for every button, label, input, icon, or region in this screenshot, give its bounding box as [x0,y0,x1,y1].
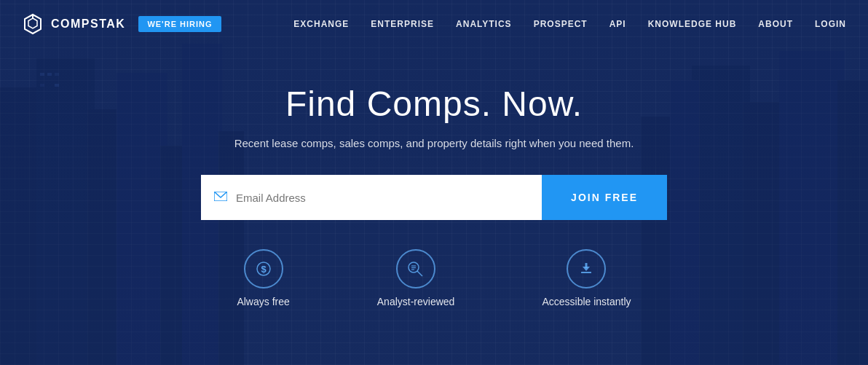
feature-always-free-label: Always free [237,296,289,307]
nav-prospect[interactable]: PROSPECT [534,19,588,29]
hero-title: Find Comps. Now. [285,84,583,124]
hiring-badge[interactable]: WE'RE HIRING [138,16,221,32]
nav-api[interactable]: API [609,19,626,29]
download-icon [567,249,606,289]
hero-section: COMPSTAK WE'RE HIRING EXCHANGE ENTERPRIS… [0,0,868,365]
nav-login[interactable]: LOGIN [815,19,846,29]
feature-always-free: $ Always free [237,249,289,307]
logo-icon [22,13,44,35]
dollar-icon: $ [244,249,283,289]
nav-enterprise[interactable]: ENTERPRISE [371,19,434,29]
svg-rect-29 [581,272,591,273]
svg-marker-19 [28,18,37,28]
join-free-button[interactable]: JOIN FREE [542,175,667,220]
feature-accessible-label: Accessible instantly [542,296,631,307]
nav-analytics[interactable]: ANALYTICS [456,19,512,29]
svg-line-25 [417,271,422,276]
logo-text: COMPSTAK [51,17,125,31]
nav-knowledge-hub[interactable]: KNOWLEDGE HUB [648,19,737,29]
nav-exchange[interactable]: EXCHANGE [293,19,349,29]
features-row: $ Always free Analyst-re [237,249,631,307]
feature-analyst-label: Analyst-reviewed [377,296,455,307]
nav-links: EXCHANGE ENTERPRISE ANALYTICS PROSPECT A… [293,19,846,29]
email-input-wrap [201,175,542,220]
svg-text:$: $ [261,264,267,275]
svg-rect-31 [585,263,588,268]
email-input[interactable] [236,192,529,204]
search-analyst-icon [396,249,435,289]
hero-content: Find Comps. Now. Recent lease comps, sal… [0,47,868,307]
hero-subtitle: Recent lease comps, sales comps, and pro… [234,137,634,149]
feature-analyst-reviewed: Analyst-reviewed [377,249,455,307]
nav-about[interactable]: ABOUT [758,19,793,29]
cta-row: JOIN FREE [201,175,667,220]
navbar: COMPSTAK WE'RE HIRING EXCHANGE ENTERPRIS… [0,0,868,47]
feature-accessible-instantly: Accessible instantly [542,249,631,307]
email-icon [214,191,227,204]
logo-area: COMPSTAK WE'RE HIRING [22,13,221,35]
